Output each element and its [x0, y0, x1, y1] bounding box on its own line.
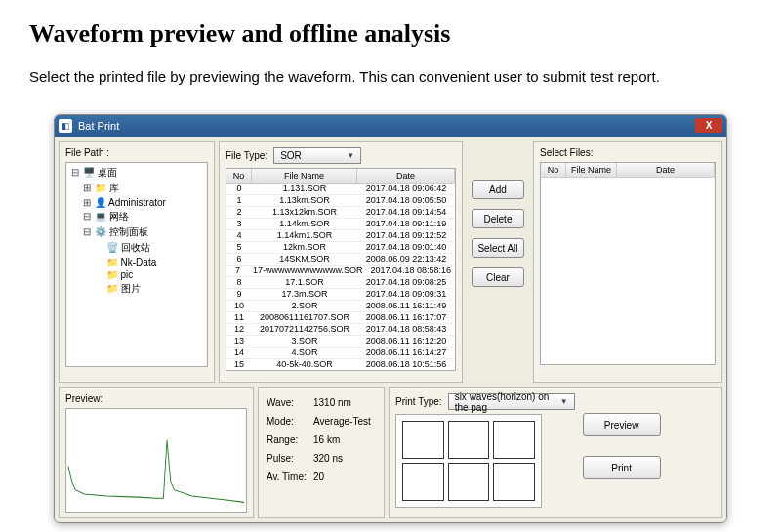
selected-files-grid[interactable]: No File Name Date: [540, 162, 716, 365]
filepath-panel: File Path : ⊟ 🖥️ 桌面⊞ 📁 库⊞ 👤 Administrato…: [59, 141, 215, 383]
table-row[interactable]: 1540-5k-40.SOR2008.06.18 10:51:56: [226, 359, 455, 369]
file-list-grid[interactable]: No File Name Date 01.131.SOR2017.04.18 0…: [226, 168, 456, 371]
table-row[interactable]: 41.14km1.SOR2017.04.18 09:12:52: [226, 230, 455, 242]
waveform-canvas: [65, 408, 247, 513]
middle-buttons: Add Delete Select All Clear: [467, 141, 529, 383]
layout-thumbnails: [395, 414, 542, 508]
table-row[interactable]: 31.14km.SOR2017.04.18 09:11:19: [226, 219, 455, 230]
tree-item[interactable]: 📁 pic: [68, 268, 205, 281]
page-description: Select the printed file by previewing th…: [29, 68, 752, 85]
selectfiles-panel: Select Files: No File Name Date: [533, 141, 722, 383]
tree-item[interactable]: ⊟ ⚙️ 控制面板: [68, 225, 205, 240]
window-title: Bat Print: [78, 120, 119, 132]
printtype-selected: six waves(horizon) on the pag: [455, 391, 560, 413]
mode-value: Average-Test: [313, 416, 371, 427]
tree-item[interactable]: ⊞ 📁 库: [68, 181, 205, 196]
layout-thumb[interactable]: [493, 463, 535, 501]
preview-label: Preview:: [65, 393, 247, 404]
selectall-button[interactable]: Select All: [472, 238, 524, 258]
layout-thumb[interactable]: [448, 421, 490, 459]
pulse-value: 320 ns: [313, 453, 343, 464]
col-date-header[interactable]: Date: [357, 169, 455, 183]
app-icon: ◧: [59, 119, 72, 133]
range-value: 16 km: [313, 434, 340, 445]
filetype-selected: SOR: [280, 150, 302, 161]
filetype-label: File Type:: [226, 150, 267, 161]
delete-button[interactable]: Delete: [472, 209, 524, 228]
printtype-select[interactable]: six waves(horizon) on the pag ▼: [448, 393, 575, 410]
close-button[interactable]: X: [695, 118, 722, 133]
layout-thumb[interactable]: [402, 421, 444, 459]
printtype-panel: Print Type: six waves(horizon) on the pa…: [389, 387, 722, 518]
col-date-header-r[interactable]: Date: [617, 163, 715, 177]
preview-button[interactable]: Preview: [583, 413, 661, 436]
folder-tree[interactable]: ⊟ 🖥️ 桌面⊞ 📁 库⊞ 👤 Administrator⊟ 💻 网络⊟ ⚙️ …: [65, 162, 208, 367]
filetype-panel: File Type: SOR ▼ No File Name Date 01.13…: [219, 141, 463, 383]
table-row[interactable]: 1220170721142756.SOR2017.04.18 08:58:43: [226, 324, 455, 336]
table-row[interactable]: 21.13x12km.SOR2017.04.18 09:14:54: [226, 207, 455, 219]
table-row[interactable]: 01.131.SOR2017.04.18 09:06:42: [226, 184, 455, 195]
col-no-header-r[interactable]: No: [541, 163, 566, 177]
tree-item[interactable]: 📁 Nk-Data: [68, 256, 205, 268]
waveform-svg: [66, 409, 246, 512]
table-row[interactable]: 144.SOR2008.06.11 16:14:27: [226, 348, 455, 359]
printtype-label: Print Type:: [395, 396, 442, 407]
range-label: Range:: [267, 434, 308, 445]
selectfiles-label: Select Files:: [540, 147, 716, 158]
titlebar: ◧ Bat Print X: [55, 115, 726, 137]
table-row[interactable]: 102.SOR2008.06.11 16:11:49: [226, 301, 455, 312]
tree-item[interactable]: ⊟ 🖥️ 桌面: [68, 165, 205, 181]
layout-thumb[interactable]: [493, 421, 535, 459]
chevron-down-icon: ▼: [560, 397, 568, 406]
layout-thumb[interactable]: [448, 463, 490, 501]
wave-value: 1310 nm: [313, 397, 351, 408]
tree-item[interactable]: ⊞ 👤 Administrator: [68, 196, 205, 209]
avtime-label: Av. Time:: [267, 471, 308, 482]
page-title: Waveform preview and offline analysis: [29, 20, 752, 49]
mode-label: Mode:: [267, 416, 308, 427]
tree-item[interactable]: ⊟ 💻 网络: [68, 209, 205, 225]
tree-item[interactable]: 🗑️ 回收站: [68, 240, 205, 256]
params-panel: Wave:1310 nm Mode:Average-Test Range:16 …: [258, 387, 385, 518]
preview-panel: Preview:: [59, 387, 254, 518]
add-button[interactable]: Add: [472, 180, 524, 199]
right-buttons: Preview Print: [583, 393, 661, 512]
table-row[interactable]: 512km.SOR2017.04.18 09:01:40: [226, 242, 455, 254]
wave-label: Wave:: [267, 397, 308, 408]
grid-header-right: No File Name Date: [541, 163, 715, 178]
filepath-label: File Path :: [65, 147, 208, 158]
col-filename-header[interactable]: File Name: [252, 169, 357, 183]
table-row[interactable]: 614SKM.SOR2008.06.09 22:13:42: [226, 254, 455, 266]
print-button[interactable]: Print: [583, 456, 661, 479]
table-row[interactable]: 717-wwwwwwwwwwww.SOR2017.04.18 08:58:16: [226, 266, 455, 277]
chevron-down-icon: ▼: [347, 151, 354, 160]
table-row[interactable]: 817.1.SOR2017.04.18 09:08:25: [226, 277, 455, 289]
table-row[interactable]: 133.SOR2008.06.11 16:12:20: [226, 336, 455, 348]
clear-button[interactable]: Clear: [472, 267, 524, 287]
table-row[interactable]: 917.3m.SOR2017.04.18 09:09:31: [226, 289, 455, 301]
filetype-select[interactable]: SOR ▼: [273, 147, 361, 164]
grid-header: No File Name Date: [226, 169, 455, 184]
col-filename-header-r[interactable]: File Name: [566, 163, 617, 177]
window-body: File Path : ⊟ 🖥️ 桌面⊞ 📁 库⊞ 👤 Administrato…: [55, 137, 726, 522]
layout-thumb[interactable]: [402, 463, 444, 501]
avtime-value: 20: [313, 471, 324, 482]
table-row[interactable]: 1120080611161707.SOR2008.06.11 16:17:07: [226, 312, 455, 324]
pulse-label: Pulse:: [267, 453, 308, 464]
app-window: ◧ Bat Print X File Path : ⊟ 🖥️ 桌面⊞ 📁 库⊞ …: [54, 114, 727, 523]
table-row[interactable]: 11.13km.SOR2017.04.18 09:05:50: [226, 195, 455, 207]
tree-item[interactable]: 📁 图片: [68, 281, 205, 297]
col-no-header[interactable]: No: [226, 169, 252, 183]
